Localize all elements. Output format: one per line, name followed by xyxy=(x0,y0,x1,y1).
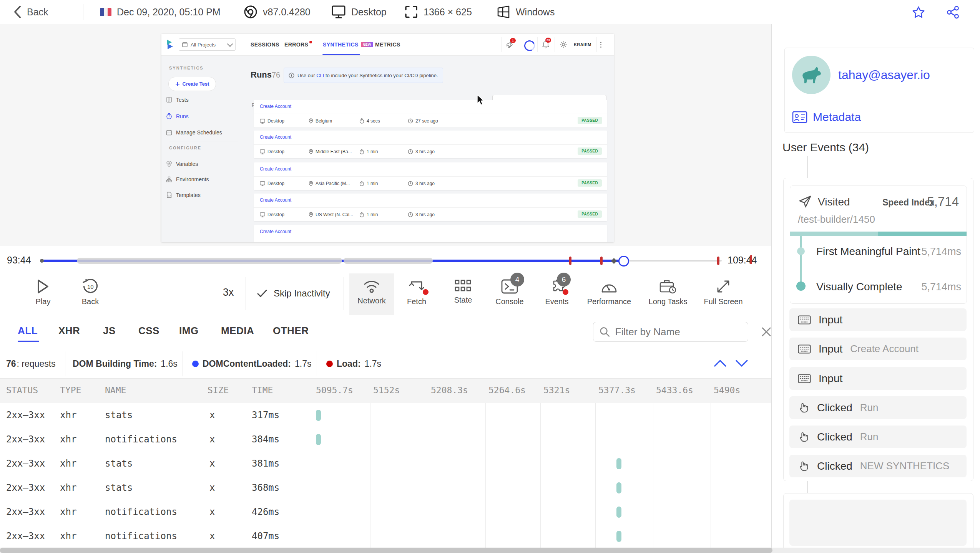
long-tasks-panel-button[interactable]: Long Tasks xyxy=(645,279,691,306)
settings-button[interactable] xyxy=(560,41,567,48)
chevron-left-icon xyxy=(13,5,22,18)
run-card[interactable]: Create Account Desktop Belgium 4 secs 27… xyxy=(254,100,607,127)
network-panel-button[interactable]: Network xyxy=(349,273,394,315)
sidebar-item-templates[interactable]: Templates xyxy=(166,192,201,198)
cli-link[interactable]: CLI xyxy=(316,73,324,78)
tab-img[interactable]: IMG xyxy=(179,325,199,337)
timeline-start-dot xyxy=(40,259,44,263)
fetch-panel-button[interactable]: Fetch xyxy=(394,279,440,306)
paint-progress-bar xyxy=(790,232,967,236)
metric-timeline-line xyxy=(800,236,802,286)
event-item-input[interactable]: Input xyxy=(789,367,967,390)
event-item-input[interactable]: Input Create Account xyxy=(789,338,967,360)
visited-event-card[interactable]: Visited Speed Index 5,714 /test-builder/… xyxy=(790,185,967,304)
event-item-input[interactable]: Input xyxy=(789,308,967,331)
event-item-clicked[interactable]: Clicked Run xyxy=(789,426,967,448)
tab-media[interactable]: MEDIA xyxy=(221,325,254,337)
run-name-link[interactable]: Create Account xyxy=(260,197,291,203)
cli-banner: Use our CLI to include your Synthetics i… xyxy=(284,68,443,83)
dcl-dot xyxy=(192,361,199,367)
tab-css[interactable]: CSS xyxy=(138,325,159,337)
tab-xhr[interactable]: XHR xyxy=(58,325,80,337)
announcements-button[interactable]: 1 xyxy=(506,41,514,48)
check-icon xyxy=(257,289,267,298)
skip-inactivity-toggle[interactable]: Skip Inactivity xyxy=(257,288,330,299)
network-row[interactable]: 2xx–3xx xhr notifications x 384ms xyxy=(0,427,771,452)
network-row[interactable]: 2xx–3xx xhr stats x 317ms xyxy=(0,403,771,427)
run-card[interactable]: Create Account Desktop Asia Pacific (M..… xyxy=(254,162,607,190)
event-item[interactable] xyxy=(789,500,967,546)
calendar-icon xyxy=(166,129,172,136)
session-date-label: Dec 09, 2020, 05:10 PM xyxy=(117,7,221,18)
request-timing-bar xyxy=(616,458,621,469)
sidebar-item-tests[interactable]: Tests xyxy=(166,96,189,103)
clock-icon xyxy=(408,149,413,154)
user-menu[interactable]: KRAIEM xyxy=(574,34,591,55)
jump-prev-button[interactable] xyxy=(713,358,727,368)
load-time: Load:1.7s xyxy=(326,349,381,379)
speed-button[interactable]: 3x xyxy=(205,286,251,298)
performance-panel-button[interactable]: Performance xyxy=(586,279,632,306)
play-button[interactable]: Play xyxy=(20,279,66,306)
favorite-button[interactable] xyxy=(912,5,925,19)
filter-by-name-box[interactable] xyxy=(593,322,748,342)
nav-tab-metrics[interactable]: METRICS xyxy=(375,34,400,55)
metadata-button[interactable]: Metadata xyxy=(792,111,861,124)
jump-next-button[interactable] xyxy=(735,358,749,368)
back-10s-button[interactable]: 10 Back xyxy=(67,279,113,306)
pin-icon xyxy=(309,118,313,124)
tab-js[interactable]: JS xyxy=(103,325,116,337)
tab-other[interactable]: OTHER xyxy=(273,325,309,337)
scrollbar-thumb[interactable] xyxy=(0,548,772,553)
network-row[interactable]: 2xx–3xx xhr stats x 368ms xyxy=(0,476,771,500)
run-name-link[interactable]: Create Account xyxy=(260,166,291,172)
event-marker-dark[interactable] xyxy=(611,258,617,264)
animal-avatar-icon xyxy=(799,64,824,86)
sidebar-item-environments[interactable]: Environments xyxy=(166,176,209,182)
event-item-clicked[interactable]: Clicked Run xyxy=(789,396,967,419)
project-selector[interactable]: All Projects xyxy=(179,38,236,51)
next-events-panel xyxy=(783,493,973,553)
console-panel-button[interactable]: 4 Console xyxy=(487,279,533,306)
event-marker-red[interactable] xyxy=(600,257,603,265)
timeline-track[interactable] xyxy=(42,260,722,262)
events-panel-button[interactable]: 6 Events xyxy=(534,279,580,306)
state-panel-button[interactable]: State xyxy=(440,279,486,305)
tab-all[interactable]: ALL xyxy=(18,325,38,337)
more-menu-button[interactable] xyxy=(600,42,601,48)
event-item-clicked[interactable]: Clicked NEW SYNTHETICS xyxy=(789,455,967,477)
network-row[interactable]: 2xx–3xx xhr notifications x 426ms xyxy=(0,500,771,524)
top-bar: Back Dec 09, 2020, 05:10 PM v87.0.4280 D… xyxy=(0,0,980,24)
run-name-link[interactable]: Create Account xyxy=(260,134,291,140)
notifications-button[interactable]: 33 xyxy=(542,41,550,49)
browser-info: v87.0.4280 xyxy=(244,0,311,24)
event-marker-red[interactable] xyxy=(569,257,571,265)
run-name-link[interactable]: Create Account xyxy=(260,104,291,109)
sidebar-item-schedules[interactable]: Manage Schedules xyxy=(166,129,222,136)
filter-by-name-input[interactable] xyxy=(615,326,742,338)
run-card[interactable]: Create Account Desktop US West (N. Cal..… xyxy=(254,194,607,221)
playhead[interactable] xyxy=(618,256,629,267)
create-test-button[interactable]: Create Test xyxy=(168,77,216,91)
nav-tab-sessions[interactable]: SESSIONS xyxy=(251,34,279,55)
close-panel-icon[interactable] xyxy=(760,326,772,338)
sidebar-item-runs[interactable]: Runs xyxy=(166,113,189,119)
horizontal-scrollbar[interactable] xyxy=(0,548,980,553)
nav-tab-synthetics[interactable]: SYNTHETICS NEW xyxy=(323,34,373,55)
sidebar-item-variables[interactable]: Variables xyxy=(166,161,198,167)
run-card[interactable]: Create Account Desktop Canada (Centra...… xyxy=(254,225,607,242)
windows-icon xyxy=(497,5,510,19)
back-button[interactable]: Back xyxy=(13,0,48,24)
loading-spinner xyxy=(524,40,535,51)
recorded-cursor-icon xyxy=(477,94,485,106)
nav-tab-errors[interactable]: ERRORS xyxy=(284,34,312,55)
full-screen-button[interactable]: Full Screen xyxy=(700,279,746,306)
session-replay-app: Back Dec 09, 2020, 05:10 PM v87.0.4280 D… xyxy=(0,0,980,553)
event-marker-red[interactable] xyxy=(717,257,719,265)
network-row[interactable]: 2xx–3xx xhr notifications x 407ms xyxy=(0,524,771,548)
user-email-link[interactable]: tahay@asayer.io xyxy=(838,68,930,82)
share-button[interactable] xyxy=(946,5,960,19)
run-name-link[interactable]: Create Account xyxy=(260,229,291,234)
run-card[interactable]: Create Account Desktop Middle East (Ba..… xyxy=(254,131,607,158)
network-row[interactable]: 2xx–3xx xhr stats x 381ms xyxy=(0,452,771,476)
